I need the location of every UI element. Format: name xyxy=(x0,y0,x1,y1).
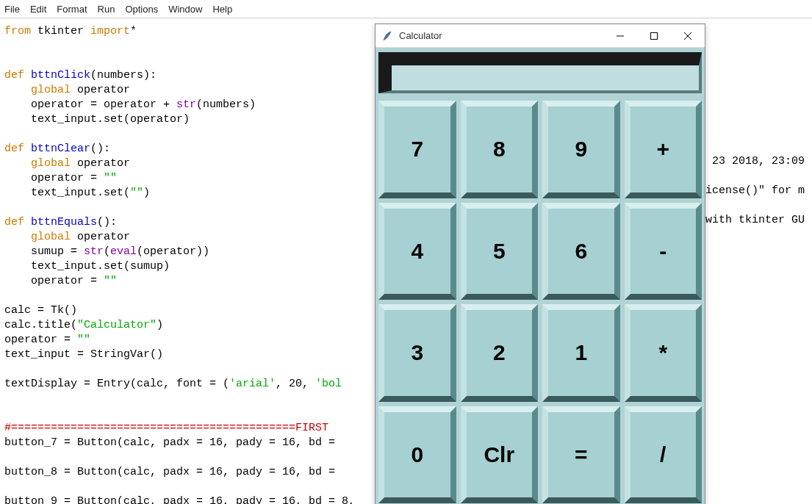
calc-button-3[interactable]: 3 xyxy=(378,304,456,402)
code-token: "" xyxy=(104,172,117,184)
code-token: #=======================================… xyxy=(4,422,328,434)
code-token: text_input.set( xyxy=(4,187,130,199)
menu-format[interactable]: Format xyxy=(57,4,87,15)
code-token: str xyxy=(84,245,104,258)
menu-window[interactable]: Window xyxy=(168,4,202,15)
code-token: def xyxy=(4,143,24,155)
code-token: def xyxy=(4,69,24,82)
menu-edit[interactable]: Edit xyxy=(30,4,46,15)
code-token: str xyxy=(176,98,196,111)
code-token: eval xyxy=(110,245,137,258)
code-token: operator = operator + xyxy=(4,98,176,111)
calc-button-clear[interactable]: Clr xyxy=(461,406,539,504)
code-token: * xyxy=(130,25,137,37)
minimize-button[interactable] xyxy=(603,24,637,48)
console-line: icense()" for m xyxy=(705,184,805,197)
code-token: global xyxy=(4,231,71,243)
tk-feather-icon xyxy=(381,30,393,42)
code-token: "" xyxy=(104,275,117,287)
menu-run[interactable]: Run xyxy=(98,4,115,15)
code-token: bttnEquals xyxy=(24,216,97,228)
calc-button-multiply[interactable]: * xyxy=(625,304,703,402)
calc-button-6[interactable]: 6 xyxy=(542,203,620,300)
code-token: (numbers) xyxy=(196,98,256,111)
calc-button-minus[interactable]: - xyxy=(625,203,703,300)
code-token: bttnClear xyxy=(24,143,90,155)
console-line: 23 2018, 23:09 xyxy=(705,155,805,168)
calc-button-plus[interactable]: + xyxy=(625,101,703,198)
code-token: (numbers): xyxy=(90,69,157,82)
svg-rect-1 xyxy=(651,32,658,39)
calc-button-7[interactable]: 7 xyxy=(378,101,456,198)
code-token: operator xyxy=(71,157,130,170)
code-token: textDisplay = Entry(calc, font = ( xyxy=(4,378,229,390)
code-token: from xyxy=(4,25,31,37)
calc-button-1[interactable]: 1 xyxy=(542,304,620,402)
code-token: global xyxy=(4,84,71,96)
code-token: button_8 = Button(calc, padx = 16, pady … xyxy=(4,466,342,478)
code-token: 'bol xyxy=(315,378,342,390)
calc-button-5[interactable]: 5 xyxy=(461,203,539,300)
calc-button-divide[interactable]: / xyxy=(625,406,703,504)
calc-button-equals[interactable]: = xyxy=(542,406,620,504)
code-token: , 20, xyxy=(276,378,315,390)
menu-file[interactable]: File xyxy=(4,4,20,15)
background-console-text: 23 2018, 23:09 icense()" for m with tkin… xyxy=(705,147,812,235)
code-token: calc = Tk() xyxy=(4,304,77,317)
calc-button-0[interactable]: 0 xyxy=(378,406,456,504)
code-token: sumup = xyxy=(4,245,84,258)
code-token: "Calculator" xyxy=(77,319,157,331)
code-token: operator = xyxy=(4,275,104,287)
code-token: (): xyxy=(90,143,110,155)
code-token: text_input.set(operator) xyxy=(4,113,190,126)
calculator-body: 7 8 9 + 4 5 6 - 3 2 1 * 0 Clr = / xyxy=(376,48,705,504)
code-token: global xyxy=(4,157,71,170)
calc-button-9[interactable]: 9 xyxy=(542,101,620,198)
menu-help[interactable]: Help xyxy=(212,4,232,15)
calculator-titlebar[interactable]: Calculator xyxy=(376,24,705,48)
maximize-button[interactable] xyxy=(637,24,671,48)
code-token: "" xyxy=(77,334,90,346)
calculator-display[interactable] xyxy=(378,52,702,93)
code-token: "" xyxy=(130,187,143,199)
code-token: 'arial' xyxy=(229,378,276,390)
code-token: operator = xyxy=(4,172,104,184)
calc-button-2[interactable]: 2 xyxy=(461,304,539,402)
code-token: text_input = StringVar() xyxy=(4,348,163,361)
console-line: with tkinter GU xyxy=(705,214,805,226)
code-token: operator xyxy=(71,231,130,243)
code-token: calc.title( xyxy=(4,319,77,331)
code-token: ( xyxy=(104,245,110,258)
code-token: (): xyxy=(97,216,117,228)
close-button[interactable] xyxy=(671,24,705,48)
calc-button-8[interactable]: 8 xyxy=(461,101,539,198)
code-token: text_input.set(sumup) xyxy=(4,260,170,273)
code-token: import xyxy=(90,25,130,37)
code-token: operator xyxy=(71,84,130,96)
calculator-keypad: 7 8 9 + 4 5 6 - 3 2 1 * 0 Clr = / xyxy=(376,96,705,504)
calculator-window: Calculator 7 8 9 + 4 5 6 - 3 2 xyxy=(375,24,705,504)
menu-options[interactable]: Options xyxy=(125,4,158,15)
code-token: def xyxy=(4,216,24,228)
code-token: button_7 = Button(calc, padx = 16, pady … xyxy=(4,436,342,449)
code-token: button 9 = Button(calc, padx = 16, pady … xyxy=(4,495,362,504)
code-token: (operator)) xyxy=(137,245,209,258)
code-token: operator = xyxy=(4,334,77,346)
code-token: ) xyxy=(157,319,163,331)
code-token: ) xyxy=(143,187,150,199)
calculator-title: Calculator xyxy=(399,30,603,41)
code-token: bttnClick xyxy=(24,69,90,82)
calc-button-4[interactable]: 4 xyxy=(378,203,456,300)
code-token: tkinter xyxy=(31,25,90,37)
menu-bar: File Edit Format Run Options Window Help xyxy=(0,0,812,18)
